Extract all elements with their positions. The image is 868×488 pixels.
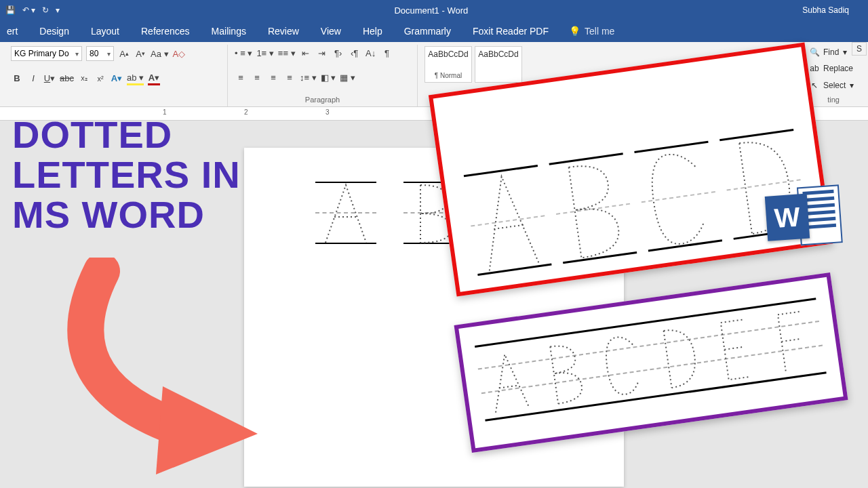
sort-button[interactable]: A↓ [365, 46, 377, 60]
show-hide-button[interactable]: ¶ [381, 46, 393, 60]
quick-access-toolbar: 💾 ↶ ▾ ↻ ▾ [5, 5, 60, 15]
strip-letter-f [764, 303, 821, 377]
search-icon: 🔍 [810, 47, 819, 57]
font-name-input[interactable] [12, 49, 73, 58]
ruler-mark: 2 [244, 108, 248, 116]
ltr-button[interactable]: ¶› [332, 46, 344, 60]
style-sample: AaBbCcDd [428, 49, 468, 59]
highlight-button[interactable]: ab ▾ [127, 72, 144, 85]
font-color-button[interactable]: A ▾ [148, 72, 160, 85]
tab-grammarly[interactable]: Grammarly [403, 23, 452, 39]
big-letter-b [549, 152, 637, 264]
font-size-input[interactable] [87, 49, 104, 58]
strip-letter-c [594, 327, 650, 401]
paragraph-group-label: Paragraph [235, 96, 410, 105]
big-letter-a [463, 165, 551, 276]
paragraph-group: • ≡ ▾ 1≡ ▾ ≡≡ ▾ ⇤ ⇥ ¶› ‹¶ A↓ ¶ ≡ ≡ ≡ ≡ ↕… [228, 45, 418, 106]
headline-line-3: MS WORD [12, 195, 241, 235]
strikethrough-button[interactable]: abc [60, 72, 74, 85]
tab-layout[interactable]: Layout [90, 23, 121, 39]
align-left-button[interactable]: ≡ [235, 71, 247, 85]
align-center-button[interactable]: ≡ [251, 71, 263, 85]
editing-label-partial: ting [810, 96, 857, 105]
bold-button[interactable]: B [11, 72, 23, 85]
numbering-button[interactable]: 1≡ ▾ [256, 46, 273, 60]
tab-insert-partial[interactable]: ert [5, 23, 19, 39]
tab-mailings[interactable]: Mailings [210, 23, 248, 39]
style-name: ¶ Normal [435, 72, 462, 79]
underline-button[interactable]: U ▾ [43, 72, 56, 85]
ruler-mark: 3 [326, 108, 330, 116]
font-group: ▾ ▾ A▴ A▾ Aa ▾ A◇ B I U ▾ abc x₂ x² A ▾ … [4, 45, 228, 106]
find-button[interactable]: 🔍Find ▾ [810, 46, 857, 58]
tab-foxit-reader[interactable]: Foxit Reader PDF [471, 23, 550, 39]
chevron-down-icon[interactable]: ▾ [73, 50, 81, 58]
tab-help[interactable]: Help [361, 23, 384, 39]
style-sample: AaBbCcDd [478, 49, 518, 59]
qat-more-icon[interactable]: ▾ [56, 5, 60, 15]
tab-review[interactable]: Review [267, 23, 300, 39]
arrow-icon [41, 258, 298, 474]
shading-button[interactable]: ◧ ▾ [321, 71, 336, 85]
select-button[interactable]: ↖Select ▾ [810, 79, 857, 92]
replace-button[interactable]: abReplace [810, 62, 857, 75]
style-normal[interactable]: AaBbCcDd ¶ Normal [425, 46, 472, 83]
bullets-button[interactable]: • ≡ ▾ [235, 46, 252, 60]
redo-icon[interactable]: ↻ [42, 5, 49, 15]
borders-button[interactable]: ▦ ▾ [340, 71, 355, 85]
document-title: Document1 - Word [60, 5, 802, 16]
user-name[interactable]: Subha Sadiq [802, 5, 863, 15]
share-button-partial[interactable]: S [852, 42, 867, 56]
justify-button[interactable]: ≡ [283, 71, 296, 85]
italic-button[interactable]: I [27, 72, 39, 85]
trace-letter-a [315, 175, 376, 249]
font-group-label [11, 96, 220, 105]
shrink-font-button[interactable]: A▾ [134, 47, 146, 60]
subscript-button[interactable]: x₂ [78, 72, 90, 85]
line-spacing-button[interactable]: ↕≡ ▾ [300, 71, 317, 85]
menu-bar: ert Design Layout References Mailings Re… [0, 20, 868, 42]
font-size-combo[interactable]: ▾ [86, 46, 114, 61]
headline-line-1: DOTTED [12, 115, 241, 155]
tab-references[interactable]: References [140, 23, 191, 39]
multilevel-button[interactable]: ≡≡ ▾ [278, 46, 296, 60]
word-file-icon: W [764, 180, 844, 253]
lightbulb-icon: 💡 [569, 26, 580, 37]
tab-view[interactable]: View [319, 23, 342, 39]
tell-me-label: Tell me [585, 26, 614, 37]
grow-font-button[interactable]: A▴ [118, 47, 130, 60]
style-no-spacing[interactable]: AaBbCcDd [475, 46, 522, 83]
strip-letter-b [537, 335, 593, 409]
headline-line-2: LETTERS IN [12, 155, 241, 195]
text-effects-button[interactable]: A ▾ [111, 72, 123, 85]
tell-me-search[interactable]: 💡 Tell me [569, 26, 614, 37]
strip-letter-d [651, 319, 707, 393]
word-icon-badge: W [765, 194, 810, 241]
replace-icon: ab [810, 64, 819, 73]
thumbnail-headline: DOTTED LETTERS IN MS WORD [12, 115, 241, 235]
chevron-down-icon[interactable]: ▾ [104, 50, 113, 58]
align-right-button[interactable]: ≡ [267, 71, 279, 85]
font-name-combo[interactable]: ▾ [11, 46, 82, 61]
tab-design[interactable]: Design [38, 23, 71, 39]
strip-letter-a [480, 343, 536, 417]
undo-icon[interactable]: ↶ ▾ [22, 5, 35, 15]
decrease-indent-button[interactable]: ⇤ [300, 46, 312, 60]
superscript-button[interactable]: x² [94, 72, 106, 85]
save-icon[interactable]: 💾 [5, 5, 16, 15]
big-letter-c [634, 141, 722, 252]
change-case-button[interactable]: Aa ▾ [151, 47, 169, 60]
strip-letter-e [708, 311, 764, 385]
title-bar: 💾 ↶ ▾ ↻ ▾ Document1 - Word Subha Sadiq [0, 0, 868, 20]
clear-formatting-button[interactable]: A◇ [173, 47, 186, 60]
increase-indent-button[interactable]: ⇥ [316, 46, 328, 60]
rtl-button[interactable]: ‹¶ [349, 46, 361, 60]
